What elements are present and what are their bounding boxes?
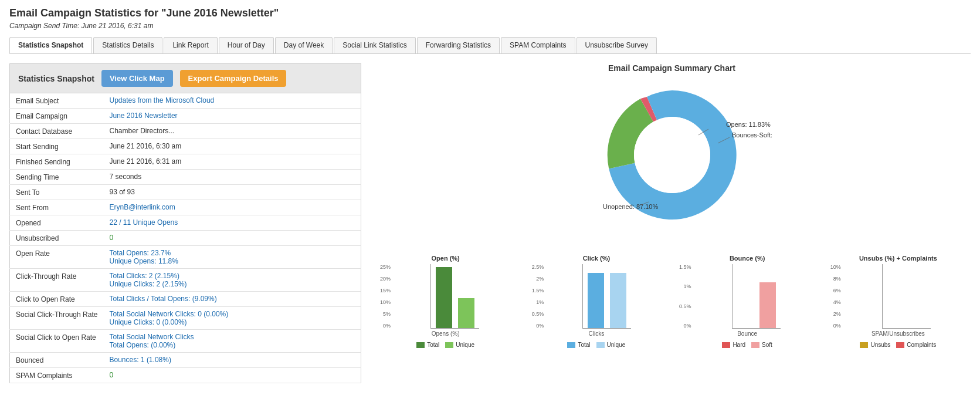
unsubscribed-value: 0 (104, 231, 361, 246)
bounce-legend-hard-label: Hard (733, 342, 745, 348)
bar-charts-row: Open (%) 25%20%15%10%5%0% Opens (%) Tota… (373, 255, 971, 348)
unsubs-legend-unsubs-label: Unsubs (870, 342, 890, 348)
social-click-open-link1[interactable]: Total Social Network Clicks (110, 333, 194, 341)
snapshot-header: Statistics Snapshot View Click Map Expor… (9, 63, 361, 93)
tab-spam-complaints[interactable]: SPAM Complaints (501, 37, 575, 53)
finished-sending-value: June 21 2016, 6:31 am (104, 154, 361, 170)
row-label: Social Click to Open Rate (10, 330, 104, 353)
view-click-map-button[interactable]: View Click Map (101, 70, 173, 87)
open-bars (430, 264, 479, 329)
tab-unsubscribe-survey[interactable]: Unsubscribe Survey (577, 37, 657, 53)
send-time-value: June 21 2016, 6:31 am (82, 22, 154, 30)
open-legend: Total Unique (373, 342, 518, 348)
tab-day-of-week[interactable]: Day of Week (275, 37, 333, 53)
open-x-label: Opens (%) (373, 330, 518, 337)
table-row: Click to Open Rate Total Clicks / Total … (10, 292, 361, 307)
bounce-y-labels: 1.5%1%0.5%0% (675, 264, 691, 329)
click-y-labels: 2.5%2%1.5%1%0.5%0% (524, 264, 544, 329)
table-row: Social Click to Open Rate Total Social N… (10, 330, 361, 353)
send-time-label: Campaign Send Time: (9, 22, 79, 30)
tab-statistics-snapshot[interactable]: Statistics Snapshot (9, 37, 92, 53)
stats-table: Email Subject Updates from the Microsoft… (9, 93, 361, 383)
open-y-labels: 25%20%15%10%5%0% (373, 264, 391, 329)
click-bars (582, 264, 631, 329)
row-label: Click-Through Rate (10, 269, 104, 292)
row-label: Bounced (10, 353, 104, 368)
table-row: Email Subject Updates from the Microsoft… (10, 93, 361, 109)
unsubs-bar-chart: Unsubs (%) + Complaints 10%8%6%4%2%0% SP… (826, 255, 971, 348)
bounce-legend: Hard Soft (675, 342, 820, 348)
table-row: SPAM Complaints 0 (10, 368, 361, 383)
table-row: Contact Database Chamber Directors... (10, 124, 361, 139)
export-campaign-button[interactable]: Export Campaign Details (180, 70, 287, 87)
bounce-legend-soft-color (751, 342, 759, 348)
row-label: Unsubscribed (10, 231, 104, 246)
row-label: Start Sending (10, 139, 104, 154)
table-row: Bounced Bounces: 1 (1.08%) (10, 353, 361, 368)
unsubs-bars (882, 264, 931, 329)
table-row: Start Sending June 21 2016, 6:30 am (10, 139, 361, 154)
sent-to-value: 93 of 93 (104, 185, 361, 200)
left-panel: Statistics Snapshot View Click Map Expor… (9, 63, 361, 383)
unsubs-x-label: SPAM/Unsubscribes (826, 330, 971, 337)
open-bar-unique (458, 298, 474, 328)
open-rate-unique-link[interactable]: Unique Opens: 11.8% (110, 257, 178, 265)
social-ctr-total-link[interactable]: Total Social Network Clicks: 0 (0.00%) (110, 310, 229, 318)
click-legend-total-label: Total (578, 342, 590, 348)
ctr-unique-link[interactable]: Unique Clicks: 2 (2.15%) (110, 280, 187, 288)
unsubs-y-labels: 10%8%6%4%2%0% (826, 264, 841, 329)
tab-link-report[interactable]: Link Report (164, 37, 217, 53)
table-row: Click-Through Rate Total Clicks: 2 (2.15… (10, 269, 361, 292)
row-label: Sent To (10, 185, 104, 200)
row-label: Sent From (10, 200, 104, 215)
sent-from-link[interactable]: ErynB@interlink.com (110, 203, 175, 211)
tab-social-link-statistics[interactable]: Social Link Statistics (334, 37, 415, 53)
snapshot-section-title: Statistics Snapshot (18, 74, 94, 83)
email-subject-link[interactable]: Updates from the Microsoft Cloud (110, 96, 215, 104)
tab-forwarding-statistics[interactable]: Forwarding Statistics (417, 37, 500, 53)
ctr-total-link[interactable]: Total Clicks: 2 (2.15%) (110, 272, 179, 280)
bounced-link[interactable]: Bounces: 1 (1.08%) (110, 356, 171, 364)
table-row: Unsubscribed 0 (10, 231, 361, 246)
click-bar-unique (610, 273, 626, 328)
click-legend: Total Unique (524, 342, 669, 348)
contact-database-value: Chamber Directors... (104, 124, 361, 139)
table-row: Opened 22 / 11 Unique Opens (10, 215, 361, 231)
table-row: Email Campaign June 2016 Newsletter (10, 109, 361, 124)
bounce-bar-chart: Bounce (%) 1.5%1%0.5%0% Bounce Hard S (675, 255, 820, 348)
click-bar-chart: Click (%) 2.5%2%1.5%1%0.5%0% Clicks Tota… (524, 255, 669, 348)
open-bar-chart: Open (%) 25%20%15%10%5%0% Opens (%) Tota… (373, 255, 518, 348)
click-x-label: Clicks (524, 330, 669, 337)
table-row: Open Rate Total Opens: 23.7% Unique Open… (10, 246, 361, 269)
open-rate-total-link[interactable]: Total Opens: 23.7% (110, 249, 171, 257)
row-label: Opened (10, 215, 104, 231)
opened-link[interactable]: 22 / 11 Unique Opens (110, 218, 178, 227)
email-campaign-link[interactable]: June 2016 Newsletter (110, 112, 178, 120)
row-label: SPAM Complaints (10, 368, 104, 383)
bounce-legend-hard-color (722, 342, 730, 348)
row-label: Click to Open Rate (10, 292, 104, 307)
click-legend-total-color (567, 342, 575, 348)
unsubs-legend-complaints-label: Complaints (907, 342, 936, 348)
table-row: Sent From ErynB@interlink.com (10, 200, 361, 215)
bounce-bar-soft (759, 282, 776, 328)
table-row: Sending Time 7 seconds (10, 170, 361, 185)
row-label: Open Rate (10, 246, 104, 269)
social-ctr-unique-link[interactable]: Unique Clicks: 0 (0.00%) (110, 318, 187, 326)
tab-statistics-details[interactable]: Statistics Details (93, 37, 162, 53)
unsubs-legend-complaints-color (896, 342, 904, 348)
table-row: Sent To 93 of 93 (10, 185, 361, 200)
row-label: Finished Sending (10, 154, 104, 170)
tab-hour-of-day[interactable]: Hour of Day (219, 37, 274, 53)
donut-label-bounces: Bounces-Soft: 1.08% (732, 131, 772, 139)
bounce-bars (732, 264, 781, 329)
bounce-legend-soft-label: Soft (762, 342, 772, 348)
row-label: Email Subject (10, 93, 104, 109)
unsubs-legend: Unsubs Complaints (826, 342, 971, 348)
row-label: Sending Time (10, 170, 104, 185)
click-to-open-link[interactable]: Total Clicks / Total Opens: (9.09%) (110, 295, 217, 303)
unsubs-legend-unsubs-color (860, 342, 868, 348)
social-click-open-link2[interactable]: Total Opens: (0.00%) (110, 341, 176, 349)
donut-chart-container: Opens: 11.83% Bounces-Soft: 1.08% Unopen… (373, 79, 971, 243)
row-label: Email Campaign (10, 109, 104, 124)
